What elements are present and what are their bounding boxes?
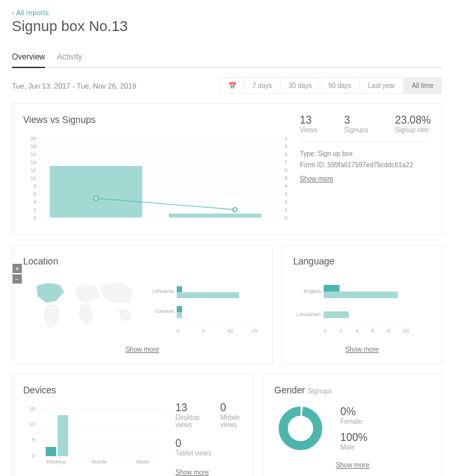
page-title: Signup box No.13 [12,18,442,35]
location-show-more[interactable]: Show more [23,346,261,353]
devices-panel: Devices 0 5 10 15 Desktop Mobile Tablet [12,374,253,476]
meta-formid-value: 599fa617597ed75cddc61a22 [328,161,414,169]
svg-text:Lithuanian: Lithuanian [296,311,321,317]
svg-text:2: 2 [285,199,288,205]
svg-text:0: 0 [285,215,288,221]
svg-text:2: 2 [340,328,343,334]
meta-type-label: Type: [300,150,316,157]
gender-panel: Gender Signups 0%Female 100%Male Show mo… [263,374,442,476]
svg-text:18: 18 [30,143,36,149]
svg-text:0: 0 [324,328,327,334]
svg-text:8: 8 [387,328,390,334]
svg-text:1: 1 [285,207,288,213]
gender-donut [274,402,327,455]
svg-text:4: 4 [34,199,37,205]
svg-text:10: 10 [285,136,288,141]
language-chart: English Lithuanian 0246810 [293,273,412,339]
dev-mobile-l: Mobile views [220,414,243,428]
svg-text:12: 12 [30,167,36,173]
svg-point-37 [233,208,237,212]
svg-text:4: 4 [355,328,359,334]
gender-male-v: 100% [340,432,367,444]
svg-text:3: 3 [285,191,288,197]
svg-rect-73 [46,447,56,456]
gender-female-l: Female [340,418,367,425]
svg-text:9: 9 [285,143,288,149]
svg-point-36 [94,196,98,200]
meta-formid-label: Form ID: [300,161,326,169]
vvs-show-more[interactable]: Show more [300,175,431,182]
location-title: Location [23,256,261,266]
svg-text:2: 2 [34,207,37,213]
world-map [23,273,142,339]
location-panel: Location + − Lithuania Canada [12,245,273,364]
svg-rect-58 [324,285,340,292]
svg-text:Canada: Canada [156,308,175,314]
svg-text:15: 15 [29,406,35,412]
svg-text:10: 10 [30,175,36,181]
range-lastyear[interactable]: Last year [360,78,404,93]
tab-activity[interactable]: Activity [57,47,82,67]
svg-text:10: 10 [227,328,233,334]
language-show-more[interactable]: Show more [293,346,431,353]
svg-text:20: 20 [30,136,36,141]
range-picker: 📅 7 days 30 days 90 days Last year All t… [220,77,442,94]
gender-male-l: Male [340,444,367,451]
svg-text:Lithuania: Lithuania [153,288,175,294]
language-title: Language [293,256,431,266]
gender-title: Gender Signups [274,385,431,395]
range-30d[interactable]: 30 days [281,78,320,93]
svg-rect-74 [58,415,68,456]
location-chart: Lithuania Canada 051015 [149,273,261,339]
svg-rect-35 [169,214,261,218]
svg-rect-45 [177,286,182,292]
devices-chart: 0 5 10 15 Desktop Mobile Tablet [23,402,162,468]
svg-rect-48 [177,312,182,318]
tabs: Overview Activity [12,47,442,68]
svg-text:5: 5 [32,437,36,443]
zoom-in-icon[interactable]: + [13,264,22,273]
svg-text:Tablet: Tablet [135,459,150,465]
svg-text:0: 0 [34,215,37,221]
svg-text:8: 8 [285,151,288,157]
svg-text:8: 8 [34,183,37,189]
svg-text:0: 0 [32,453,36,459]
gender-show-more[interactable]: Show more [274,461,431,469]
svg-text:4: 4 [285,183,288,189]
svg-text:15: 15 [251,328,257,334]
svg-text:16: 16 [30,151,36,157]
svg-text:Desktop: Desktop [46,459,66,465]
range-alltime[interactable]: All time [404,78,441,93]
tab-overview[interactable]: Overview [12,47,45,68]
svg-rect-47 [177,306,182,312]
dev-desktop-l: Desktop views [175,414,201,428]
svg-text:7: 7 [285,159,288,165]
svg-rect-46 [177,292,239,298]
dev-mobile-v: 0 [220,402,243,414]
vvs-title: Views vs Signups [23,114,288,125]
svg-rect-60 [324,311,349,318]
stat-rate-label: Signup rate [395,126,431,134]
svg-text:English: English [304,288,321,294]
dev-tablet-l: Tablet views [175,450,242,457]
calendar-icon[interactable]: 📅 [220,78,245,93]
svg-text:Mobile: Mobile [91,459,107,465]
range-90d[interactable]: 90 days [320,78,360,93]
svg-text:6: 6 [285,167,288,173]
language-panel: Language English Lithuanian 0246810 Show… [282,245,442,364]
gender-female-v: 0% [340,406,367,418]
svg-text:5: 5 [202,328,205,334]
svg-text:6: 6 [371,328,375,334]
stat-signups-label: Signups [344,126,368,134]
stat-views-value: 13 [300,114,318,126]
stat-rate-value: 23.08% [395,114,431,126]
zoom-out-icon[interactable]: − [13,274,22,284]
devices-title: Devices [23,385,242,395]
svg-text:14: 14 [30,159,36,165]
stat-views-label: Views [300,126,318,134]
svg-rect-34 [50,166,142,218]
back-link[interactable]: All reports [12,9,49,17]
devices-show-more[interactable]: Show more [175,469,242,476]
date-range-text: Tue, Jun 13, 2017 - Tue, Nov 26, 2019 [12,82,136,90]
range-7d[interactable]: 7 days [245,78,281,93]
